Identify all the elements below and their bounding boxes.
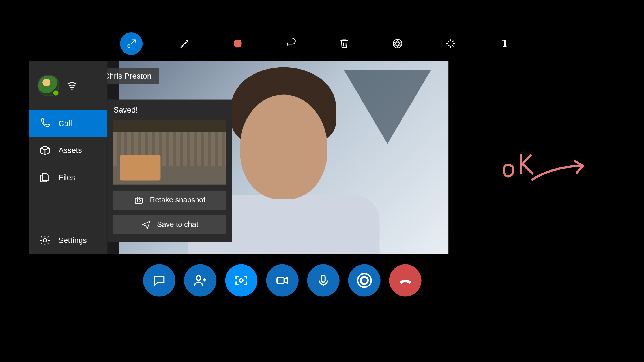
svg-point-10 [240, 279, 243, 282]
add-person-button[interactable] [184, 264, 216, 296]
chat-icon [152, 273, 166, 287]
sidebar-header [29, 61, 108, 110]
sidebar-item-settings[interactable]: Settings [29, 227, 108, 254]
save-label: Save to chat [157, 220, 198, 229]
avatar[interactable] [38, 75, 59, 96]
ink-ok-arrow [502, 148, 589, 192]
aperture-icon [392, 38, 403, 49]
wifi-icon [66, 80, 78, 91]
svg-point-9 [196, 276, 201, 280]
sidebar-item-label: Call [59, 119, 72, 128]
add-person-icon [193, 273, 207, 287]
retake-label: Retake snapshot [150, 196, 205, 204]
stop-button[interactable] [226, 32, 249, 55]
mic-icon [316, 273, 330, 287]
pin-icon [498, 38, 510, 49]
svg-point-0 [128, 45, 130, 47]
svg-point-6 [43, 239, 47, 242]
svg-point-8 [137, 199, 140, 202]
call-controls [143, 264, 422, 296]
snapshot-status: Saved! [113, 105, 226, 115]
video-icon [275, 273, 289, 287]
pin-button[interactable] [493, 32, 515, 55]
svg-rect-12 [321, 275, 325, 282]
sidebar-item-assets[interactable]: Assets [29, 137, 108, 164]
svg-point-5 [71, 89, 73, 90]
mic-button[interactable] [307, 264, 340, 296]
pen-icon [179, 38, 190, 49]
sidebar-item-label: Files [59, 173, 75, 182]
hangup-icon [398, 273, 412, 287]
sidebar-item-label: Assets [59, 146, 82, 155]
ink-annotation [502, 148, 589, 192]
top-toolbar [120, 32, 515, 55]
save-to-chat-button[interactable]: Save to chat [113, 215, 226, 234]
stop-icon [232, 38, 243, 49]
snapshot-button[interactable] [225, 264, 257, 296]
aperture-button[interactable] [386, 32, 409, 55]
camera-icon [234, 273, 248, 287]
remote-name-label: Chris Preston [104, 72, 151, 80]
sidebar-item-files[interactable]: Files [29, 164, 108, 191]
record-ring [357, 273, 372, 288]
delete-button[interactable] [333, 32, 356, 55]
undo-button[interactable] [280, 32, 302, 55]
video-button[interactable] [266, 264, 299, 296]
sidebar: Call Assets Files Settings [29, 61, 108, 254]
presence-indicator [52, 89, 59, 96]
sidebar-item-label: Settings [59, 236, 87, 245]
send-icon [141, 220, 151, 229]
expand-icon [445, 38, 456, 49]
phone-icon [39, 118, 51, 129]
svg-marker-4 [395, 42, 400, 47]
svg-rect-11 [277, 277, 284, 283]
record-button[interactable] [348, 264, 381, 296]
retake-snapshot-button[interactable]: Retake snapshot [113, 191, 226, 210]
undo-icon [285, 38, 297, 49]
snapshot-thumbnail [113, 120, 226, 184]
hangup-button[interactable] [389, 264, 421, 296]
snapshot-panel: Saved! Retake snapshot Save to chat [107, 100, 232, 242]
gear-icon [39, 235, 51, 246]
files-icon [39, 172, 51, 183]
camera-retake-icon [134, 195, 144, 205]
box-icon [39, 145, 51, 156]
svg-rect-1 [235, 40, 241, 47]
collapse-button[interactable] [120, 32, 143, 55]
collapse-icon [126, 38, 137, 49]
pen-button[interactable] [173, 32, 196, 55]
trash-icon [339, 38, 350, 49]
chat-button[interactable] [143, 264, 175, 296]
sidebar-item-call[interactable]: Call [29, 110, 108, 137]
expand-button[interactable] [439, 32, 462, 55]
